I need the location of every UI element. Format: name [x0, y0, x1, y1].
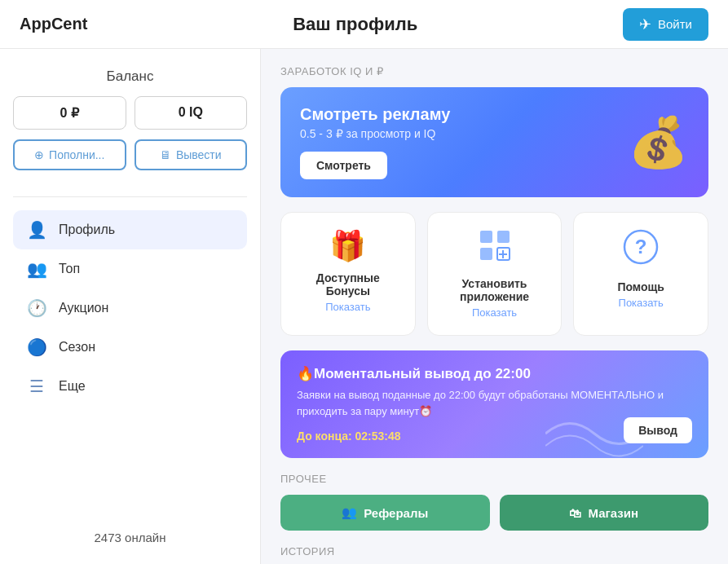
- withdrawal-timer: До конца: 02:53:48: [297, 430, 401, 443]
- shop-button[interactable]: 🛍 Магазин: [500, 495, 709, 531]
- withdraw-label: Вывести: [176, 148, 222, 161]
- watch-ad-banner: Смотреть рекламу 0.5 - 3 ₽ за просмотр и…: [280, 87, 708, 197]
- sidebar-item-top[interactable]: 👥 Топ: [13, 249, 247, 289]
- cards-row: 🎁 Доступные Бонусы Показать Установить п…: [280, 212, 708, 336]
- season-icon: 🔵: [26, 337, 47, 357]
- withdrawal-banner: 🔥Моментальный вывод до 22:00 Заявки на в…: [280, 350, 708, 458]
- card-install[interactable]: Установить приложение Показать: [427, 212, 563, 336]
- sidebar-nav: 👤 Профиль 👥 Топ 🕐 Аукцион 🔵 Сезон ☰ Еще: [13, 210, 247, 406]
- card-bonuses[interactable]: 🎁 Доступные Бонусы Показать: [280, 212, 416, 336]
- card-help[interactable]: ? Помощь Показать: [573, 212, 708, 336]
- divider: [13, 196, 247, 197]
- svg-rect-0: [480, 231, 492, 243]
- card-bonuses-title: Доступные Бонусы: [294, 271, 402, 297]
- bonuses-icon: 🎁: [294, 229, 402, 263]
- balance-title: Баланс: [13, 68, 247, 85]
- timer-label: До конца:: [297, 430, 355, 443]
- balance-rub: 0 ₽: [13, 96, 126, 130]
- install-icon: [441, 229, 549, 269]
- card-help-link[interactable]: Показать: [587, 297, 695, 309]
- sidebar-item-label-profile: Профиль: [59, 223, 115, 237]
- balance-iq: 0 IQ: [135, 96, 248, 130]
- replenish-icon: ⊕: [34, 148, 44, 161]
- app-logo: AppCent: [20, 15, 87, 33]
- card-install-title: Установить приложение: [441, 277, 549, 303]
- sidebar-item-label-top: Топ: [59, 262, 80, 276]
- app-header: AppCent Ваш профиль ✈ Войти: [0, 0, 728, 49]
- telegram-icon: ✈: [639, 15, 651, 33]
- referrals-icon: 👥: [342, 505, 357, 520]
- svg-rect-2: [480, 248, 492, 260]
- section-earn-label: ЗАРАБОТОК IQ И ₽: [280, 65, 708, 77]
- watch-ad-subtitle: 0.5 - 3 ₽ за просмотр и IQ: [300, 127, 450, 140]
- profile-icon: 👤: [26, 220, 47, 240]
- sidebar-item-label-season: Сезон: [59, 340, 95, 355]
- replenish-button[interactable]: ⊕ Пополни...: [13, 139, 126, 170]
- prochee-row: 👥 Рефералы 🛍 Магазин: [280, 495, 708, 531]
- withdraw-icon: 🖥: [160, 148, 171, 161]
- referrals-label: Рефералы: [364, 506, 428, 520]
- more-icon: ☰: [26, 377, 47, 396]
- help-icon: ?: [587, 229, 695, 272]
- section-prochee-label: ПРОЧЕЕ: [280, 473, 708, 485]
- watch-button[interactable]: Смотреть: [300, 152, 387, 179]
- svg-rect-1: [497, 231, 510, 243]
- card-install-link[interactable]: Показать: [441, 306, 549, 319]
- watch-ad-title: Смотреть рекламу: [300, 105, 450, 124]
- online-count: 2473 онлайн: [13, 518, 247, 544]
- sidebar-item-profile[interactable]: 👤 Профиль: [13, 210, 247, 249]
- watch-ad-content: Смотреть рекламу 0.5 - 3 ₽ за просмотр и…: [300, 105, 450, 179]
- page-title: Ваш профиль: [293, 14, 417, 35]
- sidebar-item-auction[interactable]: 🕐 Аукцион: [13, 289, 247, 328]
- replenish-label: Пополни...: [49, 148, 104, 161]
- sidebar-item-season[interactable]: 🔵 Сезон: [13, 328, 247, 367]
- withdrawal-button[interactable]: Вывод: [624, 417, 692, 443]
- section-historia-label: ИСТОРИЯ: [280, 545, 708, 557]
- sidebar-item-label-more: Еще: [59, 379, 86, 394]
- shop-icon: 🛍: [569, 506, 581, 520]
- balance-section: Баланс 0 ₽ 0 IQ ⊕ Пополни... 🖥 Вывести: [13, 68, 247, 183]
- action-row: ⊕ Пополни... 🖥 Вывести: [13, 139, 247, 170]
- main-content: ЗАРАБОТОК IQ И ₽ Смотреть рекламу 0.5 - …: [261, 49, 728, 564]
- card-help-title: Помощь: [587, 280, 695, 293]
- login-button[interactable]: ✈ Войти: [623, 8, 708, 41]
- balance-row: 0 ₽ 0 IQ: [13, 96, 247, 130]
- referrals-button[interactable]: 👥 Рефералы: [280, 495, 490, 531]
- sidebar-item-label-auction: Аукцион: [59, 301, 108, 315]
- withdraw-button[interactable]: 🖥 Вывести: [135, 139, 248, 170]
- top-icon: 👥: [26, 259, 47, 279]
- coins-icon: 💰: [628, 113, 689, 171]
- svg-text:?: ?: [635, 236, 647, 258]
- card-bonuses-link[interactable]: Показать: [294, 301, 402, 313]
- shop-label: Магазин: [588, 506, 638, 520]
- sidebar: Баланс 0 ₽ 0 IQ ⊕ Пополни... 🖥 Вывести 👤: [0, 49, 261, 564]
- main-layout: Баланс 0 ₽ 0 IQ ⊕ Пополни... 🖥 Вывести 👤: [0, 49, 728, 564]
- withdrawal-title: 🔥Моментальный вывод до 22:00: [297, 365, 692, 382]
- login-label: Войти: [658, 17, 692, 31]
- timer-value: 02:53:48: [355, 430, 401, 443]
- auction-icon: 🕐: [26, 298, 47, 318]
- sidebar-item-more[interactable]: ☰ Еще: [13, 367, 247, 406]
